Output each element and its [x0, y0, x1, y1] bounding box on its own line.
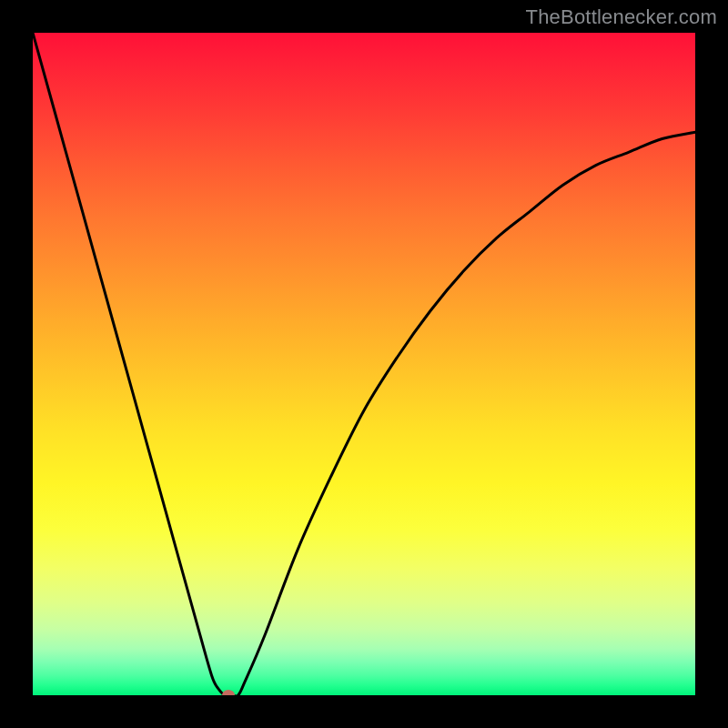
optimum-marker	[222, 690, 235, 695]
watermark-text: TheBottlenecker.com	[526, 5, 717, 29]
chart-frame: TheBottlenecker.com	[0, 0, 728, 728]
bottleneck-curve	[33, 33, 695, 695]
plot-area	[33, 33, 695, 695]
